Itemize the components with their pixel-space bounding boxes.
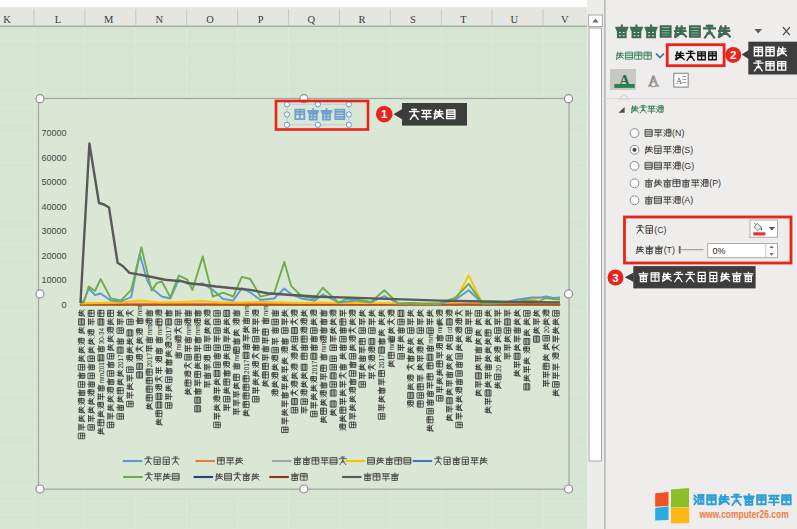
svg-text:0%: 0% bbox=[713, 246, 726, 256]
svg-text:40000: 40000 bbox=[41, 202, 66, 212]
svg-text:S: S bbox=[410, 14, 416, 25]
svg-text:60000: 60000 bbox=[41, 153, 66, 163]
svg-text:A: A bbox=[676, 76, 683, 86]
svg-text:V: V bbox=[561, 14, 569, 25]
svg-text:(A): (A) bbox=[681, 195, 693, 205]
svg-text:2: 2 bbox=[730, 49, 736, 61]
svg-text:U: U bbox=[510, 14, 518, 25]
svg-text:P: P bbox=[258, 14, 264, 25]
svg-text:70000: 70000 bbox=[41, 128, 66, 138]
svg-text:O: O bbox=[206, 14, 214, 25]
svg-text:20: 20 bbox=[495, 364, 502, 372]
svg-text:mm: mm bbox=[194, 325, 201, 336]
svg-text:2017: 2017 bbox=[378, 354, 385, 369]
svg-text:mm: mm bbox=[243, 306, 250, 317]
svg-text:1: 1 bbox=[381, 108, 388, 120]
svg-text:2017: 2017 bbox=[165, 326, 172, 341]
svg-text:Q: Q bbox=[308, 14, 316, 25]
svg-text:20000: 20000 bbox=[41, 251, 66, 261]
svg-text:www.computer26.com: www.computer26.com bbox=[699, 508, 789, 520]
svg-text:mm: mm bbox=[427, 333, 434, 344]
svg-text:M: M bbox=[104, 14, 114, 25]
svg-text:(P): (P) bbox=[709, 178, 721, 188]
svg-text:mm: mm bbox=[156, 325, 163, 336]
svg-text:2017: 2017 bbox=[146, 353, 153, 368]
svg-text:50000: 50000 bbox=[41, 177, 66, 187]
svg-text:20: 20 bbox=[543, 326, 550, 334]
svg-text:L: L bbox=[55, 14, 61, 25]
svg-text:10000: 10000 bbox=[41, 275, 66, 285]
svg-text:2017: 2017 bbox=[117, 354, 124, 369]
svg-text:0: 0 bbox=[61, 300, 66, 310]
svg-text:N: N bbox=[156, 14, 164, 25]
svg-text:R: R bbox=[359, 14, 366, 25]
svg-text:mm2017: mm2017 bbox=[98, 358, 105, 383]
svg-text:30-34: 30-34 bbox=[98, 328, 105, 345]
svg-text:K: K bbox=[3, 14, 11, 25]
svg-text:mm: mm bbox=[185, 325, 192, 336]
svg-text:mm: mm bbox=[136, 306, 143, 317]
svg-text:3: 3 bbox=[612, 272, 618, 284]
svg-text:(G): (G) bbox=[681, 161, 694, 171]
svg-text:T: T bbox=[460, 14, 467, 25]
svg-text:cd: cd bbox=[446, 326, 453, 333]
svg-text:2017: 2017 bbox=[311, 360, 318, 375]
svg-text:2017: 2017 bbox=[243, 359, 250, 374]
svg-text:mm: mm bbox=[262, 306, 269, 317]
svg-text:(S): (S) bbox=[681, 145, 693, 155]
svg-text:mm: mm bbox=[146, 325, 153, 336]
svg-text:(N): (N) bbox=[672, 128, 684, 138]
svg-text:(T): (T) bbox=[664, 245, 675, 255]
svg-text:mm: mm bbox=[320, 342, 327, 353]
svg-text:30000: 30000 bbox=[41, 226, 66, 236]
svg-text:(C): (C) bbox=[654, 225, 666, 235]
